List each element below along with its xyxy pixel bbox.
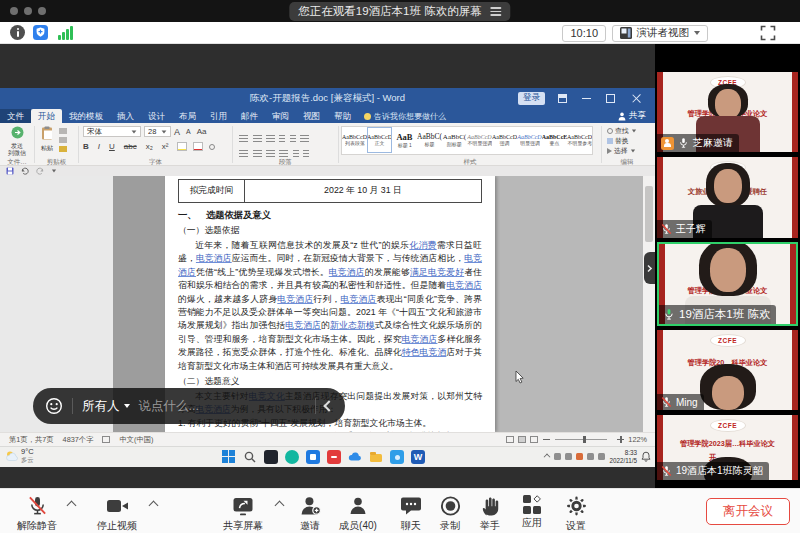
tray-expand-icon[interactable] <box>544 453 551 460</box>
meeting-info-icon[interactable] <box>10 25 25 40</box>
shrink-font-button[interactable]: A <box>186 128 191 135</box>
screen-menu-icon[interactable] <box>491 5 502 18</box>
share-screen-button[interactable]: 共享屏幕 <box>214 495 272 533</box>
chat-input[interactable]: 说点什么... <box>139 398 307 415</box>
tray-icon[interactable] <box>565 453 572 460</box>
style-emphasis[interactable]: AaBbCcD强调 <box>492 127 517 153</box>
web-layout-icon[interactable] <box>530 436 538 443</box>
security-shield-icon[interactable] <box>33 25 48 40</box>
style-heading1[interactable]: AaB标题 1 <box>392 127 417 153</box>
paste-button[interactable]: 粘贴 <box>41 126 53 153</box>
notification-bell-icon[interactable] <box>641 451 651 462</box>
network-signal-icon[interactable] <box>58 25 73 40</box>
tab-home[interactable]: 开始 <box>31 109 62 123</box>
taskbar-clock[interactable]: 8:33 2022/11/5 <box>609 449 637 464</box>
tab-help[interactable]: 帮助 <box>327 109 358 123</box>
ribbon-options-icon[interactable] <box>558 94 567 103</box>
scrollbar-thumb[interactable] <box>645 186 653 242</box>
chat-target-dropdown[interactable]: 所有人 <box>82 398 130 415</box>
save-icon[interactable] <box>6 167 14 175</box>
invite-button[interactable]: 邀请 <box>288 495 332 533</box>
record-button[interactable]: 录制 <box>430 495 470 533</box>
mic-options-caret[interactable] <box>67 501 77 511</box>
emoji-icon[interactable] <box>45 397 63 415</box>
participant-tile-active-speaker[interactable]: 管理学院20…科毕业论文 19酒店本1班 陈欢 <box>657 242 798 326</box>
highlight-color-button[interactable] <box>177 142 187 151</box>
unmute-button[interactable]: 解除静音 <box>8 495 66 533</box>
teams-icon[interactable] <box>285 450 299 464</box>
tab-my-templates[interactable]: 我的模板 <box>62 109 110 123</box>
style-subtle-emphasis[interactable]: AaBbCcD不明显强调 <box>467 127 492 153</box>
undo-icon[interactable] <box>21 167 29 175</box>
search-icon[interactable] <box>243 450 257 464</box>
fullscreen-icon[interactable] <box>760 25 776 41</box>
collapse-chat-icon[interactable] <box>323 400 334 411</box>
enclose-characters-button[interactable] <box>209 144 215 150</box>
redo-icon[interactable] <box>36 167 44 175</box>
video-options-caret[interactable] <box>149 501 159 511</box>
window-maximize-icon[interactable] <box>606 94 615 103</box>
word-login-button[interactable]: 登录 <box>518 92 545 105</box>
view-mode-button[interactable]: 演讲者视图 <box>612 25 709 42</box>
tell-me-search[interactable]: 告诉我你想要做什么 <box>364 109 446 123</box>
members-button[interactable]: 成员(40) <box>330 495 386 533</box>
print-layout-icon[interactable] <box>518 436 526 443</box>
window-minimize-icon[interactable] <box>582 94 591 99</box>
tab-references[interactable]: 引用 <box>203 109 234 123</box>
tab-layout[interactable]: 布局 <box>172 109 203 123</box>
task-view-icon[interactable] <box>264 450 278 464</box>
apps-button[interactable]: 应用 <box>510 495 554 530</box>
qat-customize-icon[interactable] <box>52 170 56 173</box>
mac-close-button[interactable] <box>10 7 18 15</box>
grow-font-button[interactable]: A <box>174 127 180 137</box>
send-wechat-button[interactable]: 发送 到微信 <box>0 123 34 158</box>
tab-design[interactable]: 设计 <box>141 109 172 123</box>
tab-insert[interactable]: 插入 <box>110 109 141 123</box>
tab-view[interactable]: 视图 <box>296 109 327 123</box>
participant-tile[interactable]: 文旅业学科人才…暨聘任 王子辉 <box>657 157 798 238</box>
participant-tile[interactable]: ZCFE 管理学院2023届…科毕业论文 开 19酒店本1班陈灵韶 <box>657 415 798 480</box>
share-options-caret[interactable] <box>275 501 285 511</box>
mac-zoom-button[interactable] <box>38 7 46 15</box>
chat-button[interactable]: 聊天 <box>390 495 432 533</box>
select-button[interactable]: 选择 <box>607 146 637 155</box>
zoom-percent[interactable]: 122% <box>628 435 647 444</box>
find-button[interactable]: 查找 <box>607 126 637 135</box>
superscript-button[interactable]: x² <box>162 142 169 151</box>
clipboard-mini-buttons[interactable] <box>59 128 67 152</box>
tray-icon[interactable] <box>598 453 605 460</box>
proofing-icon[interactable] <box>102 436 110 443</box>
subscript-button[interactable]: x₂ <box>146 142 153 151</box>
word-count[interactable]: 4837个字 <box>63 435 94 445</box>
italic-button[interactable]: I <box>98 142 100 151</box>
music-app-icon[interactable] <box>327 450 341 464</box>
style-normal[interactable]: AaBbCcD正文 <box>367 127 392 153</box>
change-case-button[interactable]: Aa <box>197 127 207 136</box>
style-intense-emphasis[interactable]: AaBbCcD明显强调 <box>517 127 542 153</box>
word-share-button[interactable]: 共享 <box>618 109 655 123</box>
font-size-select[interactable]: 28 <box>144 126 171 137</box>
zoom-in-icon[interactable] <box>617 436 624 443</box>
font-name-select[interactable]: 宋体 <box>83 126 141 137</box>
tray-icon[interactable] <box>587 453 594 460</box>
page-count[interactable]: 第1页，共7页 <box>9 435 54 445</box>
tab-file[interactable]: 文件 <box>0 109 31 123</box>
zoom-out-icon[interactable] <box>543 436 550 443</box>
read-mode-icon[interactable] <box>506 436 514 443</box>
style-strong[interactable]: AaBbCcE要点 <box>542 127 567 153</box>
store-icon[interactable] <box>306 450 320 464</box>
participant-tile[interactable]: ZCFE 管理学院20…科毕业论文 开 芝麻邀请 <box>657 72 798 152</box>
tray-icon[interactable] <box>554 453 561 460</box>
language-status[interactable]: 中文(中国) <box>119 435 153 445</box>
tab-mailings[interactable]: 邮件 <box>234 109 265 123</box>
photos-icon[interactable] <box>390 450 404 464</box>
style-subtitle[interactable]: AaBbC(副标题 <box>442 127 467 153</box>
window-close-icon[interactable] <box>632 94 641 103</box>
windows-start-icon[interactable] <box>222 450 236 464</box>
style-subtle-reference[interactable]: AaBbCcD不明显参考 <box>567 127 592 153</box>
cloud-drive-icon[interactable] <box>348 450 362 464</box>
mac-minimize-button[interactable] <box>24 7 32 15</box>
sidebar-toggle-button[interactable] <box>644 252 655 284</box>
style-list-paragraph[interactable]: AaBbCcD列表段落 <box>342 127 367 153</box>
settings-button[interactable]: 设置 <box>554 495 598 533</box>
